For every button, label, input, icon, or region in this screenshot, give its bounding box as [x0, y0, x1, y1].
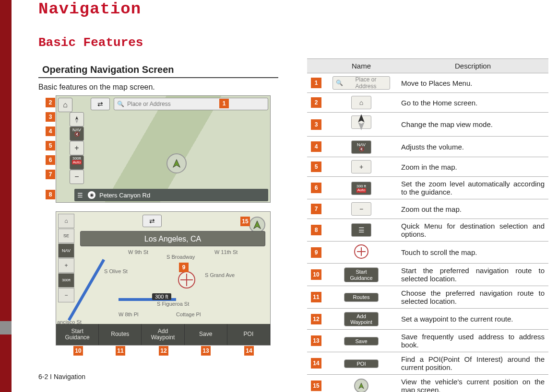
- street-label: Cottage Pl: [176, 311, 201, 317]
- routes-button: Routes: [99, 324, 142, 345]
- row-number-badge: 1: [311, 78, 321, 88]
- callout-11: 11: [116, 346, 125, 356]
- chapter-marker: [0, 321, 12, 334]
- scroll-cursor-icon: [178, 271, 195, 288]
- row-description: Zoom out the map.: [397, 199, 548, 219]
- row-description: Zoom in the map.: [397, 157, 548, 177]
- poi-button: POI: [227, 324, 270, 345]
- callout-9: 9: [179, 263, 189, 272]
- table-row: 11RoutesChoose the preferred navigation …: [307, 286, 548, 309]
- table-row: 2⌂Go to the Home screen.: [307, 93, 548, 113]
- table-header-desc: Description: [397, 59, 548, 73]
- row-number-badge: 11: [311, 292, 321, 302]
- table-row: 12Add WaypointSet a waypoint to the curr…: [307, 309, 548, 330]
- street-label: W 11th St: [214, 249, 237, 255]
- svg-marker-2: [173, 160, 180, 168]
- traffic-icon: ⇄: [91, 98, 110, 110]
- svg-marker-4: [358, 114, 364, 122]
- callout-2: 2: [46, 98, 55, 107]
- search-icon: 🔍Place or Address: [332, 76, 390, 90]
- row-description: Change the map view mode.: [397, 113, 548, 137]
- row-description: Quick Menu for destination selection and…: [397, 219, 548, 242]
- callout-13: 13: [201, 346, 211, 356]
- add-waypoint-button: Add Waypoint: [142, 324, 184, 345]
- row-description: Go to the Home screen.: [397, 93, 548, 113]
- row-number-badge: 6: [311, 183, 321, 193]
- svg-marker-0: [75, 116, 78, 120]
- search-icon: 🔍: [117, 101, 124, 107]
- row-icon-cell: ☰: [325, 219, 397, 242]
- current-road-name: Peters Canyon Rd: [99, 192, 150, 199]
- ui-button-label: Start Guidance: [344, 267, 379, 282]
- svg-marker-1: [75, 120, 78, 124]
- street-label: S Olive St: [104, 268, 128, 274]
- row-description: Start the preferred navigation route to …: [397, 264, 548, 286]
- place-placeholder: Place or Address: [127, 101, 171, 107]
- vehicle-position-icon: [354, 379, 368, 392]
- city-banner: Los Angeles, CA: [80, 231, 265, 246]
- zoom-out-icon: −: [58, 288, 74, 302]
- row-icon-cell: ⌂: [325, 93, 397, 113]
- street-label: W 9th St: [128, 249, 148, 255]
- table-row: 13SaveSave frequently used address to ad…: [307, 330, 548, 352]
- intro-text: Basic features on the map screen.: [38, 83, 278, 92]
- row-icon-cell: [325, 113, 397, 137]
- table-row: 8☰Quick Menu for destination selection a…: [307, 219, 548, 242]
- callout-1: 1: [219, 99, 229, 108]
- row-icon-cell: +: [325, 157, 397, 177]
- street-label: W 8th Pl: [119, 311, 139, 317]
- row-icon-cell: −: [325, 199, 397, 219]
- row-number-badge: 15: [311, 380, 321, 391]
- nav-volume-icon: NAV🔇: [351, 140, 371, 154]
- ui-button-label: Save: [344, 337, 379, 346]
- bottom-button-bar: Start Guidance Routes Add Waypoint Save …: [56, 324, 270, 345]
- row-icon-cell: 300 ftAuto: [325, 177, 397, 199]
- row-icon-cell: [325, 242, 397, 264]
- ui-button-label: Add Waypoint: [344, 312, 379, 326]
- zoom-in-icon: +: [58, 258, 74, 273]
- table-row: 9Touch to scroll the map.: [307, 242, 548, 264]
- row-description: Save frequently used address to address …: [397, 330, 548, 352]
- compass-icon: [70, 112, 84, 127]
- page-title: Navigation: [38, 0, 548, 18]
- row-icon-cell: 🔍Place or Address: [325, 73, 397, 93]
- zoom-in-icon: +: [351, 160, 371, 173]
- row-icon-cell: [325, 375, 397, 392]
- traffic-icon: ⇄: [142, 215, 162, 227]
- home-icon: ⌂: [58, 98, 72, 112]
- feature-table: Name Description 1🔍Place or AddressMove …: [307, 58, 548, 392]
- callout-3: 3: [46, 112, 55, 122]
- row-icon-cell: Save: [325, 330, 397, 352]
- vehicle-position-icon: [166, 153, 187, 173]
- home-icon: ⌂: [351, 96, 371, 109]
- row-number-badge: 3: [311, 119, 321, 130]
- row-description: Choose the preferred navigation route to…: [397, 286, 548, 309]
- row-icon-cell: NAV🔇: [325, 137, 397, 157]
- svg-marker-5: [358, 122, 364, 130]
- table-row: 1🔍Place or AddressMove to Places Menu.: [307, 73, 548, 93]
- callout-14: 14: [244, 346, 254, 356]
- zoom-out-icon: −: [70, 170, 84, 184]
- row-description: View the vehicle's current position on t…: [397, 375, 548, 392]
- page-footer: 6-2 I Navigation: [38, 373, 85, 380]
- home-icon: ⌂: [58, 214, 74, 228]
- table-header-name: Name: [325, 59, 397, 73]
- row-icon-cell: Add Waypoint: [325, 309, 397, 330]
- ui-button-label: POI: [344, 359, 379, 368]
- street-label: S Figueroa St: [157, 301, 189, 307]
- row-description: Adjusts the volume.: [397, 137, 548, 157]
- auto-zoom-icon: 300ftAuto: [70, 155, 84, 170]
- map-screenshot-1: 5 ⇄ 🔍 Place or Address ⌂ NAV🔇 + 300ftAut…: [56, 95, 271, 203]
- row-number-badge: 7: [311, 204, 321, 214]
- row-description: Move to Places Menu.: [397, 73, 548, 93]
- nav-volume-icon: NAV🔇: [58, 243, 74, 258]
- row-number-badge: 2: [311, 97, 321, 108]
- row-description: Set a waypoint to the current route.: [397, 309, 548, 330]
- callout-4: 4: [46, 127, 55, 136]
- table-row: 7−Zoom out the map.: [307, 199, 548, 219]
- table-row: 14POIFind a POI(Point Of Interest) aroun…: [307, 352, 548, 375]
- auto-zoom-icon: 300 ftAuto: [351, 182, 371, 195]
- callout-12: 12: [159, 346, 168, 356]
- street-label: S Grand Ave: [205, 272, 235, 278]
- row-description: Find a POI(Point Of Interest) around the…: [397, 352, 548, 375]
